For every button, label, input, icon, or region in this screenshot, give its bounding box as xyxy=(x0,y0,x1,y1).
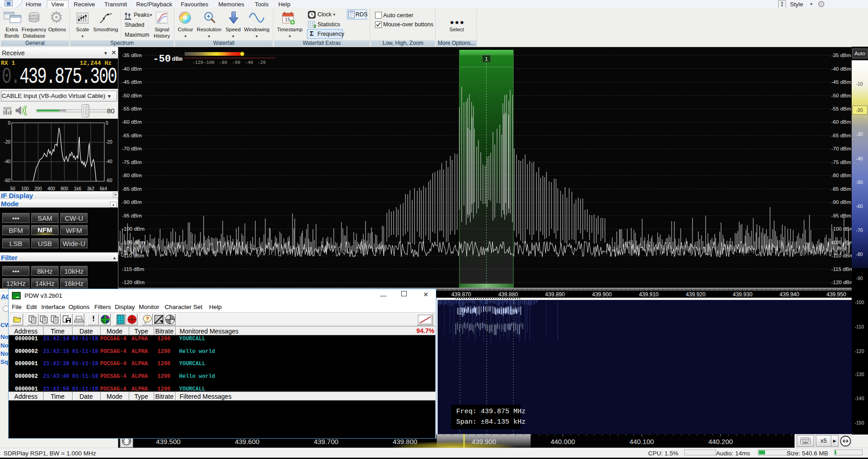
svg-text:-20: -20 xyxy=(106,140,112,145)
svg-text:-60: -60 xyxy=(232,60,240,65)
svg-text:-95 dBm: -95 dBm xyxy=(122,213,141,218)
svg-text:-50 dBm: -50 dBm xyxy=(831,93,851,98)
svg-text:-45 dBm: -45 dBm xyxy=(831,79,851,85)
svg-text:-100 dBm: -100 dBm xyxy=(122,226,145,232)
svg-text:15: 15 xyxy=(285,17,290,22)
svg-text:-65 dBm: -65 dBm xyxy=(122,133,141,138)
svg-text:439.930: 439.930 xyxy=(733,291,753,298)
svg-text:-35 dBm: -35 dBm xyxy=(831,53,851,58)
svg-text:3k2: 3k2 xyxy=(87,186,95,191)
svg-text:0: 0 xyxy=(8,121,10,126)
svg-text:-55 dBm: -55 dBm xyxy=(122,106,141,111)
svg-text:100: 100 xyxy=(21,186,29,191)
svg-text:-75 dBm: -75 dBm xyxy=(122,159,141,165)
svg-text:-120 dBm: -120 dBm xyxy=(831,280,852,285)
svg-text:800: 800 xyxy=(61,186,68,191)
svg-text:0: 0 xyxy=(106,121,108,126)
svg-text:439.900: 439.900 xyxy=(592,291,612,298)
svg-text:439.910: 439.910 xyxy=(639,291,659,298)
svg-text:-50 dBm: -50 dBm xyxy=(122,93,141,98)
svg-text:439.900: 439.900 xyxy=(472,438,496,445)
svg-text:-60: -60 xyxy=(4,178,11,183)
svg-text:200: 200 xyxy=(34,186,42,191)
svg-text:-80: -80 xyxy=(219,60,227,65)
svg-text:-80 dBm: -80 dBm xyxy=(831,173,851,178)
svg-text:-40: -40 xyxy=(4,159,11,164)
svg-text:-60 dBm: -60 dBm xyxy=(831,119,851,125)
svg-text:-20: -20 xyxy=(4,140,11,145)
svg-text:440.200: 440.200 xyxy=(708,438,733,445)
svg-text:?: ? xyxy=(146,316,149,321)
svg-text:-115 dBm: -115 dBm xyxy=(831,266,852,272)
svg-text:440.000: 440.000 xyxy=(551,438,575,445)
svg-text:400: 400 xyxy=(48,186,55,191)
svg-text:-120 dBm: -120 dBm xyxy=(122,280,145,285)
svg-text:439.500: 439.500 xyxy=(156,438,180,445)
svg-text:-40: -40 xyxy=(245,60,253,65)
svg-text:-95 dBm: -95 dBm xyxy=(831,213,851,218)
svg-text:-110 dBm: -110 dBm xyxy=(122,253,144,258)
svg-text:-110 dBm: -110 dBm xyxy=(831,253,852,258)
svg-text:-65 dBm: -65 dBm xyxy=(831,133,851,138)
svg-text:-100: -100 xyxy=(204,60,215,65)
svg-text:439.800: 439.800 xyxy=(393,438,417,445)
svg-text:-90 dBm: -90 dBm xyxy=(831,199,851,205)
svg-text:439.950: 439.950 xyxy=(827,291,847,298)
svg-text:-20: -20 xyxy=(258,60,266,65)
svg-text:439.600: 439.600 xyxy=(235,438,259,445)
svg-text:439.940: 439.940 xyxy=(780,291,800,298)
svg-text:-40 dBm: -40 dBm xyxy=(831,66,851,72)
svg-text:439.870: 439.870 xyxy=(451,291,471,298)
svg-text:-115 dBm: -115 dBm xyxy=(122,266,144,272)
svg-text:-45 dBm: -45 dBm xyxy=(122,79,141,85)
svg-text:50: 50 xyxy=(10,186,15,191)
svg-text:-105 dBm: -105 dBm xyxy=(831,240,852,245)
svg-text:-105 dBm: -105 dBm xyxy=(122,240,145,245)
svg-text:-120: -120 xyxy=(192,60,203,65)
svg-text:440.100: 440.100 xyxy=(629,438,654,445)
svg-text:-100 dBm: -100 dBm xyxy=(831,226,852,232)
svg-text:-90 dBm: -90 dBm xyxy=(122,199,141,205)
svg-text:-50: -50 xyxy=(153,53,171,65)
svg-text:-60: -60 xyxy=(106,178,112,183)
svg-text:-60 dBm: -60 dBm xyxy=(122,119,141,125)
svg-text:439.700: 439.700 xyxy=(314,438,338,445)
svg-text:-70 dBm: -70 dBm xyxy=(122,146,141,151)
svg-text:1k6: 1k6 xyxy=(74,186,82,191)
svg-text:-85 dBm: -85 dBm xyxy=(831,186,851,192)
svg-text:1: 1 xyxy=(485,56,488,62)
svg-text:-70 dBm: -70 dBm xyxy=(831,146,851,151)
svg-text:-40 dBm: -40 dBm xyxy=(122,66,141,72)
svg-text:dBm: dBm xyxy=(172,56,183,63)
svg-text:6k4: 6k4 xyxy=(100,186,107,191)
svg-text:-35 dBm: -35 dBm xyxy=(122,53,141,58)
svg-text:-40: -40 xyxy=(106,159,112,164)
svg-text:439.880: 439.880 xyxy=(498,291,518,298)
svg-text:-75 dBm: -75 dBm xyxy=(831,159,851,165)
svg-text:439.920: 439.920 xyxy=(686,291,706,298)
svg-text:9: 9 xyxy=(313,24,316,29)
svg-text:-80 dBm: -80 dBm xyxy=(122,173,141,178)
svg-text:439.890: 439.890 xyxy=(545,291,565,298)
svg-text:-85 dBm: -85 dBm xyxy=(122,186,141,192)
svg-text:-55 dBm: -55 dBm xyxy=(831,106,851,111)
